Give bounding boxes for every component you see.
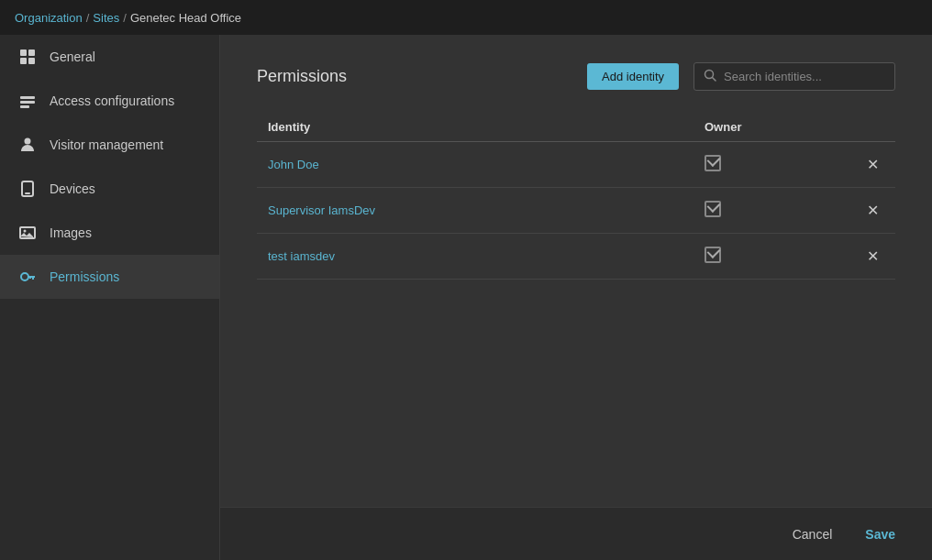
search-icon [704, 69, 716, 84]
svg-rect-4 [20, 96, 35, 99]
cancel-button[interactable]: Cancel [783, 522, 842, 547]
visitor-icon [18, 136, 37, 154]
breadcrumb-organization[interactable]: Organization [15, 11, 83, 25]
remove-button[interactable]: ✕ [861, 247, 884, 266]
svg-rect-2 [20, 58, 27, 64]
sidebar-item-permissions[interactable]: Permissions [0, 255, 219, 299]
table-row: John Doe ✕ [257, 142, 895, 188]
sidebar-item-visitor-management[interactable]: Visitor management [0, 123, 219, 167]
svg-point-7 [25, 138, 31, 145]
identity-cell: John Doe [257, 142, 693, 188]
owner-cell [693, 142, 840, 188]
breadcrumb-sep-1: / [86, 11, 90, 25]
svg-point-11 [24, 230, 27, 233]
sidebar-label-general: General [50, 49, 95, 64]
key-icon [18, 268, 37, 286]
image-icon [18, 224, 37, 242]
sidebar-item-general[interactable]: General [0, 35, 219, 79]
column-owner: Owner [693, 113, 840, 142]
sidebar-label-images: Images [50, 225, 92, 240]
grid-icon [18, 48, 37, 66]
sidebar-item-devices[interactable]: Devices [0, 167, 219, 211]
identity-name[interactable]: test iamsdev [268, 249, 335, 263]
breadcrumb-sep-2: / [123, 11, 127, 25]
action-cell: ✕ [840, 142, 895, 188]
column-action [840, 113, 895, 142]
owner-checkbox[interactable] [705, 201, 721, 217]
save-button[interactable]: Save [856, 522, 904, 547]
svg-rect-0 [20, 49, 27, 56]
permissions-title: Permissions [257, 67, 347, 86]
owner-checkbox[interactable] [705, 155, 721, 171]
table-row: Supervisor IamsDev ✕ [257, 188, 895, 234]
sidebar-label-devices: Devices [50, 181, 95, 196]
identity-name[interactable]: John Doe [268, 158, 319, 171]
access-icon [18, 92, 37, 110]
sidebar-label-permissions: Permissions [50, 269, 119, 284]
sidebar-item-images[interactable]: Images [0, 211, 219, 255]
sidebar-label-access: Access configurations [50, 93, 174, 108]
add-identity-button[interactable]: Add identity [587, 63, 679, 90]
breadcrumb-current: Genetec Head Office [130, 11, 241, 25]
content-footer: Cancel Save [220, 507, 932, 560]
content-body: Permissions Add identity Identi [220, 35, 932, 507]
svg-line-17 [713, 78, 716, 82]
remove-button[interactable]: ✕ [861, 156, 884, 174]
action-cell: ✕ [840, 234, 895, 280]
sidebar-label-visitor: Visitor management [50, 137, 163, 152]
sidebar-item-access-configurations[interactable]: Access configurations [0, 79, 219, 123]
svg-rect-5 [20, 101, 35, 104]
permissions-table: Identity Owner John Doe ✕ Supervisor Iam… [257, 113, 895, 280]
identity-name[interactable]: Supervisor IamsDev [268, 203, 375, 217]
content-area: Permissions Add identity Identi [220, 35, 932, 560]
identity-cell: Supervisor IamsDev [257, 188, 693, 234]
svg-rect-6 [20, 105, 29, 108]
search-container [693, 62, 895, 91]
permissions-header: Permissions Add identity [257, 62, 895, 91]
owner-cell [693, 188, 840, 234]
svg-rect-9 [25, 192, 30, 194]
svg-rect-1 [28, 49, 35, 56]
column-identity: Identity [257, 113, 693, 142]
owner-checkbox[interactable] [705, 247, 721, 263]
remove-button[interactable]: ✕ [861, 202, 884, 220]
svg-rect-3 [28, 58, 35, 64]
device-icon [18, 180, 37, 198]
breadcrumb-sites[interactable]: Sites [93, 11, 119, 25]
sidebar: General Access configurations Visitor ma… [0, 35, 220, 560]
breadcrumb: Organization / Sites / Genetec Head Offi… [0, 0, 932, 35]
identity-cell: test iamsdev [257, 234, 693, 280]
action-cell: ✕ [840, 188, 895, 234]
svg-point-12 [21, 273, 28, 280]
owner-cell [693, 234, 840, 280]
search-input[interactable] [724, 70, 885, 83]
table-row: test iamsdev ✕ [257, 234, 895, 280]
